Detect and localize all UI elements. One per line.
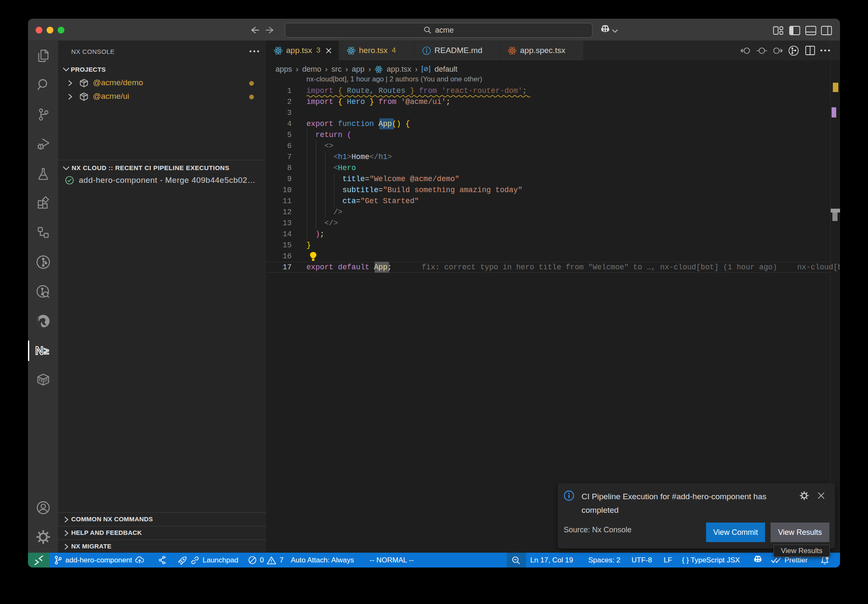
svg-text:≥: ≥	[44, 346, 49, 356]
svg-text:N: N	[35, 344, 44, 357]
